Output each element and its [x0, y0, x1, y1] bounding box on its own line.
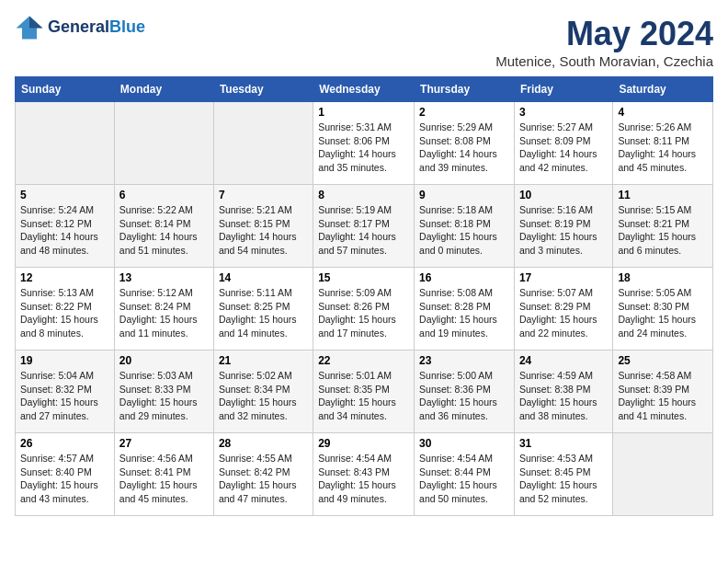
calendar-cell: 27Sunrise: 4:56 AM Sunset: 8:41 PM Dayli…	[114, 433, 213, 516]
calendar-cell	[613, 433, 713, 516]
day-info: Sunrise: 4:59 AM Sunset: 8:38 PM Dayligh…	[519, 369, 608, 423]
calendar-cell: 19Sunrise: 5:04 AM Sunset: 8:32 PM Dayli…	[16, 350, 115, 433]
day-info: Sunrise: 5:15 AM Sunset: 8:21 PM Dayligh…	[618, 203, 708, 258]
day-number: 20	[119, 354, 209, 367]
calendar-cell: 18Sunrise: 5:05 AM Sunset: 8:30 PM Dayli…	[613, 268, 713, 350]
calendar-cell: 12Sunrise: 5:13 AM Sunset: 8:22 PM Dayli…	[16, 268, 115, 350]
day-number: 14	[219, 271, 308, 284]
calendar-cell: 20Sunrise: 5:03 AM Sunset: 8:33 PM Dayli…	[114, 350, 213, 433]
weekday-header-sunday: Sunday	[16, 77, 115, 102]
day-info: Sunrise: 5:24 AM Sunset: 8:12 PM Dayligh…	[20, 203, 109, 258]
day-info: Sunrise: 4:55 AM Sunset: 8:42 PM Dayligh…	[219, 452, 308, 506]
day-info: Sunrise: 5:01 AM Sunset: 8:35 PM Dayligh…	[318, 369, 409, 423]
day-info: Sunrise: 5:08 AM Sunset: 8:28 PM Dayligh…	[419, 286, 509, 340]
calendar-cell: 21Sunrise: 5:02 AM Sunset: 8:34 PM Dayli…	[213, 350, 313, 433]
weekday-header-tuesday: Tuesday	[213, 77, 313, 102]
calendar-cell	[213, 102, 313, 185]
calendar-cell: 29Sunrise: 4:54 AM Sunset: 8:43 PM Dayli…	[313, 433, 415, 516]
calendar-cell: 14Sunrise: 5:11 AM Sunset: 8:25 PM Dayli…	[213, 268, 313, 350]
day-number: 9	[419, 189, 509, 201]
day-number: 23	[419, 354, 509, 367]
calendar-cell: 7Sunrise: 5:21 AM Sunset: 8:15 PM Daylig…	[213, 185, 313, 268]
day-number: 1	[318, 106, 409, 119]
weekday-header-friday: Friday	[514, 77, 612, 102]
day-number: 16	[419, 271, 509, 284]
calendar-cell: 4Sunrise: 5:26 AM Sunset: 8:11 PM Daylig…	[613, 102, 713, 185]
title-block: May 2024 Mutenice, South Moravian, Czech…	[495, 15, 713, 69]
calendar-cell: 9Sunrise: 5:18 AM Sunset: 8:18 PM Daylig…	[415, 185, 515, 268]
calendar-cell: 1Sunrise: 5:31 AM Sunset: 8:06 PM Daylig…	[313, 102, 415, 185]
day-info: Sunrise: 5:29 AM Sunset: 8:08 PM Dayligh…	[419, 121, 509, 175]
calendar-cell: 16Sunrise: 5:08 AM Sunset: 8:28 PM Dayli…	[415, 268, 515, 350]
week-row-4: 19Sunrise: 5:04 AM Sunset: 8:32 PM Dayli…	[16, 350, 713, 433]
day-number: 17	[519, 271, 608, 284]
day-number: 15	[318, 271, 409, 284]
day-info: Sunrise: 5:12 AM Sunset: 8:24 PM Dayligh…	[119, 286, 209, 340]
day-info: Sunrise: 5:04 AM Sunset: 8:32 PM Dayligh…	[20, 369, 109, 423]
calendar-cell: 28Sunrise: 4:55 AM Sunset: 8:42 PM Dayli…	[213, 433, 313, 516]
calendar-cell: 22Sunrise: 5:01 AM Sunset: 8:35 PM Dayli…	[313, 350, 415, 433]
day-number: 25	[618, 354, 708, 367]
logo: GeneralBlue	[15, 15, 145, 40]
calendar-cell: 17Sunrise: 5:07 AM Sunset: 8:29 PM Dayli…	[514, 268, 612, 350]
calendar-cell	[16, 102, 115, 185]
week-row-3: 12Sunrise: 5:13 AM Sunset: 8:22 PM Dayli…	[16, 268, 713, 350]
day-number: 13	[119, 271, 209, 284]
location-subtitle: Mutenice, South Moravian, Czechia	[495, 53, 713, 69]
weekday-header-row: SundayMondayTuesdayWednesdayThursdayFrid…	[16, 77, 713, 102]
calendar-cell: 26Sunrise: 4:57 AM Sunset: 8:40 PM Dayli…	[16, 433, 115, 516]
calendar-cell	[114, 102, 213, 185]
calendar-cell: 13Sunrise: 5:12 AM Sunset: 8:24 PM Dayli…	[114, 268, 213, 350]
day-info: Sunrise: 5:18 AM Sunset: 8:18 PM Dayligh…	[419, 203, 509, 258]
day-number: 11	[618, 189, 708, 201]
day-number: 19	[20, 354, 109, 367]
calendar-cell: 6Sunrise: 5:22 AM Sunset: 8:14 PM Daylig…	[114, 185, 213, 268]
day-info: Sunrise: 5:11 AM Sunset: 8:25 PM Dayligh…	[219, 286, 308, 340]
calendar-cell: 25Sunrise: 4:58 AM Sunset: 8:39 PM Dayli…	[613, 350, 713, 433]
day-info: Sunrise: 5:19 AM Sunset: 8:17 PM Dayligh…	[318, 203, 409, 258]
day-info: Sunrise: 5:09 AM Sunset: 8:26 PM Dayligh…	[318, 286, 409, 340]
calendar-cell: 23Sunrise: 5:00 AM Sunset: 8:36 PM Dayli…	[415, 350, 515, 433]
day-number: 22	[318, 354, 409, 367]
calendar-cell: 8Sunrise: 5:19 AM Sunset: 8:17 PM Daylig…	[313, 185, 415, 268]
day-number: 26	[20, 437, 109, 450]
day-info: Sunrise: 4:58 AM Sunset: 8:39 PM Dayligh…	[618, 369, 708, 423]
day-number: 8	[318, 189, 409, 201]
day-info: Sunrise: 5:07 AM Sunset: 8:29 PM Dayligh…	[519, 286, 608, 340]
day-info: Sunrise: 4:54 AM Sunset: 8:43 PM Dayligh…	[318, 452, 409, 506]
day-number: 31	[519, 437, 608, 450]
day-info: Sunrise: 4:54 AM Sunset: 8:44 PM Dayligh…	[419, 452, 509, 506]
day-info: Sunrise: 5:16 AM Sunset: 8:19 PM Dayligh…	[519, 203, 608, 258]
day-number: 27	[119, 437, 209, 450]
week-row-1: 1Sunrise: 5:31 AM Sunset: 8:06 PM Daylig…	[16, 102, 713, 185]
day-info: Sunrise: 4:53 AM Sunset: 8:45 PM Dayligh…	[519, 452, 608, 506]
month-title: May 2024	[495, 15, 713, 53]
weekday-header-wednesday: Wednesday	[313, 77, 415, 102]
day-number: 28	[219, 437, 308, 450]
calendar-cell: 15Sunrise: 5:09 AM Sunset: 8:26 PM Dayli…	[313, 268, 415, 350]
day-info: Sunrise: 5:22 AM Sunset: 8:14 PM Dayligh…	[119, 203, 209, 258]
day-number: 29	[318, 437, 409, 450]
calendar-cell: 31Sunrise: 4:53 AM Sunset: 8:45 PM Dayli…	[514, 433, 612, 516]
calendar-cell: 24Sunrise: 4:59 AM Sunset: 8:38 PM Dayli…	[514, 350, 612, 433]
calendar-cell: 11Sunrise: 5:15 AM Sunset: 8:21 PM Dayli…	[613, 185, 713, 268]
week-row-2: 5Sunrise: 5:24 AM Sunset: 8:12 PM Daylig…	[16, 185, 713, 268]
page-header: GeneralBlue May 2024 Mutenice, South Mor…	[15, 15, 713, 69]
day-number: 5	[20, 189, 109, 201]
day-info: Sunrise: 5:13 AM Sunset: 8:22 PM Dayligh…	[20, 286, 109, 340]
day-info: Sunrise: 5:05 AM Sunset: 8:30 PM Dayligh…	[618, 286, 708, 340]
day-number: 2	[419, 106, 509, 119]
weekday-header-saturday: Saturday	[613, 77, 713, 102]
day-number: 4	[618, 106, 708, 119]
calendar-table: SundayMondayTuesdayWednesdayThursdayFrid…	[15, 76, 713, 516]
week-row-5: 26Sunrise: 4:57 AM Sunset: 8:40 PM Dayli…	[16, 433, 713, 516]
weekday-header-thursday: Thursday	[415, 77, 515, 102]
day-number: 21	[219, 354, 308, 367]
day-info: Sunrise: 5:03 AM Sunset: 8:33 PM Dayligh…	[119, 369, 209, 423]
day-number: 6	[119, 189, 209, 201]
day-number: 7	[219, 189, 308, 201]
calendar-cell: 30Sunrise: 4:54 AM Sunset: 8:44 PM Dayli…	[415, 433, 515, 516]
day-info: Sunrise: 5:26 AM Sunset: 8:11 PM Dayligh…	[618, 121, 708, 175]
day-number: 18	[618, 271, 708, 284]
calendar-cell: 3Sunrise: 5:27 AM Sunset: 8:09 PM Daylig…	[514, 102, 612, 185]
